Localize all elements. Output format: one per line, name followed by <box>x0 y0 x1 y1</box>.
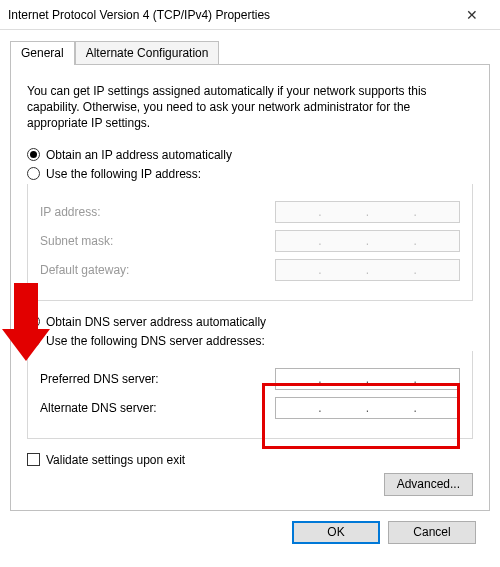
dot-icon: . <box>316 372 323 386</box>
field-label: Preferred DNS server: <box>40 372 275 386</box>
checkbox-validate-settings[interactable]: Validate settings upon exit <box>27 453 473 467</box>
field-label: Default gateway: <box>40 263 275 277</box>
dot-icon: . <box>364 234 371 248</box>
radio-label: Use the following IP address: <box>46 167 201 181</box>
ip-group: IP address: . . . Subnet mask: . . . Def… <box>27 184 473 301</box>
dot-icon: . <box>364 401 371 415</box>
window-title: Internet Protocol Version 4 (TCP/IPv4) P… <box>8 8 452 22</box>
checkbox-label: Validate settings upon exit <box>46 453 185 467</box>
default-gateway-input: . . . <box>275 259 460 281</box>
field-label: Alternate DNS server: <box>40 401 275 415</box>
field-preferred-dns: Preferred DNS server: . . . <box>40 368 460 390</box>
radio-icon <box>27 315 40 328</box>
radio-icon <box>27 148 40 161</box>
alternate-dns-input[interactable]: . . . <box>275 397 460 419</box>
advanced-row: Advanced... <box>27 473 473 496</box>
radio-obtain-ip-auto[interactable]: Obtain an IP address automatically <box>27 148 473 162</box>
radio-use-following-ip[interactable]: Use the following IP address: <box>27 167 473 181</box>
field-label: Subnet mask: <box>40 234 275 248</box>
radio-icon <box>27 167 40 180</box>
dot-icon: . <box>411 401 418 415</box>
dns-group: Preferred DNS server: . . . Alternate DN… <box>27 351 473 439</box>
tab-panel-general: You can get IP settings assigned automat… <box>10 64 490 511</box>
tab-alternate-configuration[interactable]: Alternate Configuration <box>75 41 220 65</box>
tab-strip: General Alternate Configuration <box>10 41 490 65</box>
radio-label: Use the following DNS server addresses: <box>46 334 265 348</box>
preferred-dns-input[interactable]: . . . <box>275 368 460 390</box>
intro-text: You can get IP settings assigned automat… <box>27 83 473 132</box>
field-default-gateway: Default gateway: . . . <box>40 259 460 281</box>
subnet-mask-input: . . . <box>275 230 460 252</box>
dot-icon: . <box>411 234 418 248</box>
dot-icon: . <box>316 234 323 248</box>
field-alternate-dns: Alternate DNS server: . . . <box>40 397 460 419</box>
dot-icon: . <box>364 263 371 277</box>
ok-button[interactable]: OK <box>292 521 380 544</box>
radio-label: Obtain an IP address automatically <box>46 148 232 162</box>
radio-icon <box>27 334 40 347</box>
checkbox-icon <box>27 453 40 466</box>
dialog-footer: OK Cancel <box>10 511 490 544</box>
dot-icon: . <box>316 401 323 415</box>
field-label: IP address: <box>40 205 275 219</box>
dot-icon: . <box>316 263 323 277</box>
dot-icon: . <box>364 372 371 386</box>
dot-icon: . <box>364 205 371 219</box>
close-icon[interactable]: ✕ <box>452 7 492 23</box>
dot-icon: . <box>411 372 418 386</box>
radio-use-following-dns[interactable]: Use the following DNS server addresses: <box>27 334 473 348</box>
cancel-button[interactable]: Cancel <box>388 521 476 544</box>
radio-obtain-dns-auto[interactable]: Obtain DNS server address automatically <box>27 315 473 329</box>
field-ip-address: IP address: . . . <box>40 201 460 223</box>
ip-address-input: . . . <box>275 201 460 223</box>
radio-label: Obtain DNS server address automatically <box>46 315 266 329</box>
titlebar: Internet Protocol Version 4 (TCP/IPv4) P… <box>0 0 500 30</box>
advanced-button[interactable]: Advanced... <box>384 473 473 496</box>
dot-icon: . <box>411 263 418 277</box>
field-subnet-mask: Subnet mask: . . . <box>40 230 460 252</box>
dot-icon: . <box>411 205 418 219</box>
dot-icon: . <box>316 205 323 219</box>
tab-general[interactable]: General <box>10 41 75 65</box>
client-area: General Alternate Configuration You can … <box>0 30 500 554</box>
